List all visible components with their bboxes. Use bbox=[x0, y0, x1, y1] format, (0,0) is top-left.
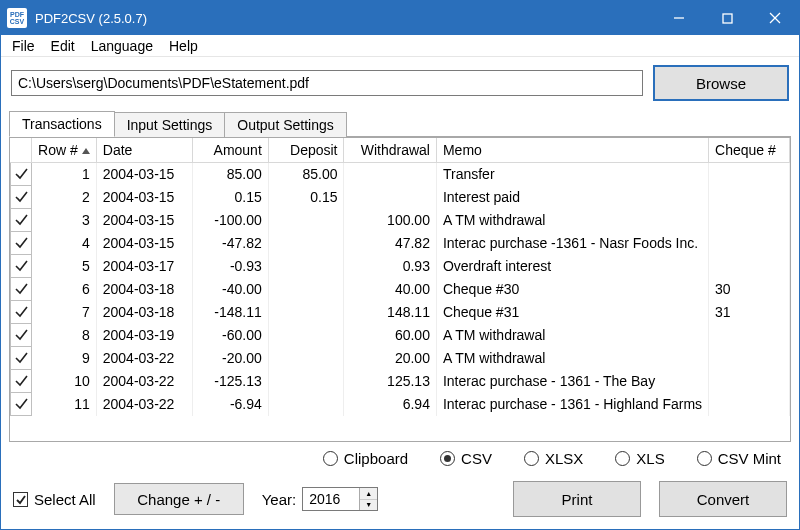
minimize-button[interactable] bbox=[655, 1, 703, 35]
year-input[interactable] bbox=[303, 488, 359, 510]
cell-row: 10 bbox=[32, 370, 97, 393]
browse-button[interactable]: Browse bbox=[653, 65, 789, 101]
col-check[interactable] bbox=[11, 138, 32, 163]
check-icon bbox=[14, 327, 28, 341]
print-button[interactable]: Print bbox=[513, 481, 641, 517]
cell-row: 4 bbox=[32, 232, 97, 255]
cell-amount: -20.00 bbox=[193, 347, 269, 370]
col-amount[interactable]: Amount bbox=[193, 138, 269, 163]
radio-xls[interactable]: XLS bbox=[615, 450, 664, 467]
cell-amount: -60.00 bbox=[193, 324, 269, 347]
maximize-button[interactable] bbox=[703, 1, 751, 35]
titlebar: PDF CSV PDF2CSV (2.5.0.7) bbox=[1, 1, 799, 35]
check-icon bbox=[14, 212, 28, 226]
cell-memo: A TM withdrawal bbox=[436, 324, 708, 347]
table-row[interactable]: 62004-03-18-40.0040.00Cheque #3030 bbox=[11, 278, 790, 301]
convert-button[interactable]: Convert bbox=[659, 481, 787, 517]
table-row[interactable]: 42004-03-15-47.8247.82Interac purchase -… bbox=[11, 232, 790, 255]
cell-withdrawal: 100.00 bbox=[344, 209, 436, 232]
table-row[interactable]: 52004-03-17-0.930.93Overdraft interest bbox=[11, 255, 790, 278]
radio-clipboard[interactable]: Clipboard bbox=[323, 450, 408, 467]
cell-deposit bbox=[268, 370, 344, 393]
check-icon bbox=[14, 304, 28, 318]
sort-asc-icon bbox=[82, 148, 90, 154]
cell-deposit bbox=[268, 278, 344, 301]
row-checkbox[interactable] bbox=[11, 255, 32, 278]
cell-withdrawal: 47.82 bbox=[344, 232, 436, 255]
tab-input-settings[interactable]: Input Settings bbox=[114, 112, 226, 137]
cell-cheque bbox=[709, 393, 790, 416]
cell-memo: Transfer bbox=[436, 163, 708, 186]
cell-amount: -6.94 bbox=[193, 393, 269, 416]
row-checkbox[interactable] bbox=[11, 301, 32, 324]
table-row[interactable]: 22004-03-150.150.15Interest paid bbox=[11, 186, 790, 209]
change-sign-button[interactable]: Change + / - bbox=[114, 483, 244, 515]
cell-row: 5 bbox=[32, 255, 97, 278]
check-icon bbox=[14, 166, 28, 180]
select-all-checkbox[interactable]: Select All bbox=[13, 491, 96, 508]
tab-output-settings[interactable]: Output Settings bbox=[224, 112, 347, 137]
row-checkbox[interactable] bbox=[11, 324, 32, 347]
table-row[interactable]: 12004-03-1585.0085.00Transfer bbox=[11, 163, 790, 186]
table-row[interactable]: 72004-03-18-148.11148.11Cheque #3131 bbox=[11, 301, 790, 324]
radio-xls-label: XLS bbox=[636, 450, 664, 467]
menu-edit[interactable]: Edit bbox=[44, 37, 82, 55]
year-label: Year: bbox=[262, 491, 296, 508]
cell-deposit: 0.15 bbox=[268, 186, 344, 209]
check-icon bbox=[14, 373, 28, 387]
year-spinner[interactable]: ▲ ▼ bbox=[302, 487, 378, 511]
radio-icon bbox=[697, 451, 712, 466]
tab-transactions[interactable]: Transactions bbox=[9, 111, 115, 137]
cell-row: 8 bbox=[32, 324, 97, 347]
col-withdrawal[interactable]: Withdrawal bbox=[344, 138, 436, 163]
row-checkbox[interactable] bbox=[11, 278, 32, 301]
year-down-button[interactable]: ▼ bbox=[360, 500, 377, 511]
cell-date: 2004-03-15 bbox=[96, 209, 192, 232]
year-up-button[interactable]: ▲ bbox=[360, 488, 377, 500]
minimize-icon bbox=[673, 12, 685, 24]
menu-language[interactable]: Language bbox=[84, 37, 160, 55]
row-checkbox[interactable] bbox=[11, 347, 32, 370]
table-row[interactable]: 82004-03-19-60.0060.00A TM withdrawal bbox=[11, 324, 790, 347]
cell-memo: Interest paid bbox=[436, 186, 708, 209]
cell-memo: Interac purchase -1361 - Nasr Foods Inc. bbox=[436, 232, 708, 255]
cell-cheque bbox=[709, 255, 790, 278]
col-memo[interactable]: Memo bbox=[436, 138, 708, 163]
col-row-label: Row # bbox=[38, 142, 78, 158]
row-checkbox[interactable] bbox=[11, 232, 32, 255]
cell-deposit: 85.00 bbox=[268, 163, 344, 186]
radio-csv-mint-label: CSV Mint bbox=[718, 450, 781, 467]
menubar: File Edit Language Help bbox=[1, 35, 799, 57]
row-checkbox[interactable] bbox=[11, 186, 32, 209]
row-checkbox[interactable] bbox=[11, 393, 32, 416]
app-window: PDF CSV PDF2CSV (2.5.0.7) File Edit Lang… bbox=[0, 0, 800, 530]
file-row: Browse bbox=[1, 57, 799, 109]
menu-help[interactable]: Help bbox=[162, 37, 205, 55]
col-deposit[interactable]: Deposit bbox=[268, 138, 344, 163]
col-cheque[interactable]: Cheque # bbox=[709, 138, 790, 163]
table-row[interactable]: 32004-03-15-100.00100.00A TM withdrawal bbox=[11, 209, 790, 232]
close-button[interactable] bbox=[751, 1, 799, 35]
row-checkbox[interactable] bbox=[11, 163, 32, 186]
cell-deposit bbox=[268, 393, 344, 416]
cell-amount: -0.93 bbox=[193, 255, 269, 278]
cell-withdrawal: 40.00 bbox=[344, 278, 436, 301]
row-checkbox[interactable] bbox=[11, 370, 32, 393]
radio-csv-mint[interactable]: CSV Mint bbox=[697, 450, 781, 467]
filepath-input[interactable] bbox=[11, 70, 643, 96]
cell-date: 2004-03-19 bbox=[96, 324, 192, 347]
table-row[interactable]: 102004-03-22-125.13125.13Interac purchas… bbox=[11, 370, 790, 393]
cell-cheque bbox=[709, 324, 790, 347]
cell-cheque: 30 bbox=[709, 278, 790, 301]
table-row[interactable]: 112004-03-22-6.946.94Interac purchase - … bbox=[11, 393, 790, 416]
row-checkbox[interactable] bbox=[11, 209, 32, 232]
radio-xlsx[interactable]: XLSX bbox=[524, 450, 583, 467]
table-row[interactable]: 92004-03-22-20.0020.00A TM withdrawal bbox=[11, 347, 790, 370]
col-date[interactable]: Date bbox=[96, 138, 192, 163]
cell-amount: 85.00 bbox=[193, 163, 269, 186]
col-row[interactable]: Row # bbox=[32, 138, 97, 163]
cell-withdrawal bbox=[344, 163, 436, 186]
radio-csv[interactable]: CSV bbox=[440, 450, 492, 467]
cell-withdrawal: 125.13 bbox=[344, 370, 436, 393]
menu-file[interactable]: File bbox=[5, 37, 42, 55]
